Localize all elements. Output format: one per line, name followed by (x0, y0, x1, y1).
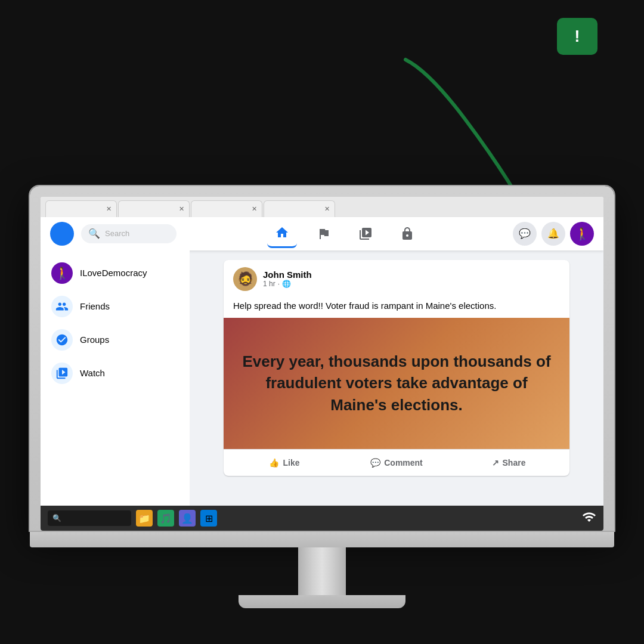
post-header: 🧔 John Smith 1 hr · 🌐 (224, 260, 569, 298)
browser: ✕ ✕ ✕ ✕ (41, 197, 603, 506)
groups-icon (55, 333, 69, 346)
nav-video[interactable] (351, 219, 380, 248)
walking-person-icon: 🚶 (575, 227, 590, 241)
facebook-nav (184, 219, 506, 248)
comment-icon: 💬 (370, 458, 380, 467)
tab-close-4[interactable]: ✕ (324, 205, 330, 213)
scene: ! ✕ ✕ (0, 0, 644, 644)
profile-button[interactable]: 🚶 (570, 222, 594, 246)
groups-icon-wrapper (51, 329, 73, 351)
avatar-emoji: 🧔 (237, 271, 253, 287)
facebook-feed: 🧔 John Smith 1 hr · 🌐 (190, 250, 603, 506)
facebook-container: 🔍 Search (41, 217, 603, 506)
messenger-icon: 💬 (519, 228, 531, 239)
tab-close-2[interactable]: ✕ (179, 205, 184, 213)
music-emoji: 🎵 (160, 513, 172, 524)
like-label: Like (283, 458, 299, 467)
friends-icon (55, 300, 69, 313)
groups-label: Groups (80, 335, 109, 345)
post-meta: 1 hr · 🌐 (263, 280, 560, 288)
post-author-avatar: 🧔 (233, 267, 257, 291)
user-avatar-icon: 🚶 (55, 266, 70, 280)
share-label: Share (503, 458, 526, 467)
watch-label: Watch (80, 368, 105, 378)
sidebar-item-watch[interactable]: Watch (45, 358, 185, 389)
tab-close-3[interactable]: ✕ (252, 205, 257, 213)
facebook-body: 🚶 ILoveDemocracy (41, 250, 603, 506)
post-image-text: Every year, thousands upon thousands of … (236, 351, 558, 416)
user-avatar: 🚶 (51, 262, 73, 284)
folder-emoji: 📁 (138, 513, 150, 524)
sidebar-item-friends[interactable]: Friends (45, 291, 185, 322)
monitor-bezel: ✕ ✕ ✕ ✕ (30, 186, 614, 531)
windows-emoji: ⊞ (205, 513, 213, 524)
post-globe-icon: 🌐 (282, 280, 291, 288)
messenger-button[interactable]: 💬 (513, 222, 537, 246)
post-card: 🧔 John Smith 1 hr · 🌐 (224, 260, 569, 476)
share-icon: ↗ (492, 458, 499, 467)
nav-home[interactable] (267, 219, 297, 248)
post-actions: 👍 Like 💬 Comment ↗ (224, 449, 569, 476)
like-button[interactable]: 👍 Like (228, 452, 340, 473)
monitor-bottom-bar (30, 531, 614, 547)
watch-icon (55, 367, 69, 380)
monitor-stand-neck (298, 547, 346, 595)
like-icon: 👍 (269, 458, 279, 467)
monitor-stand-base (239, 595, 405, 608)
monitor-screen: ✕ ✕ ✕ ✕ (41, 197, 603, 531)
monitor: ✕ ✕ ✕ ✕ (30, 186, 614, 608)
friends-icon-wrapper (51, 296, 73, 317)
tab-close-1[interactable]: ✕ (106, 205, 112, 213)
facebook-sidebar: 🚶 ILoveDemocracy (41, 250, 190, 506)
sidebar-username: ILoveDemocracy (80, 268, 147, 278)
post-image: Every year, thousands upon thousands of … (224, 318, 569, 449)
wifi-icon (582, 510, 596, 527)
browser-tabs: ✕ ✕ ✕ ✕ (41, 197, 603, 217)
watch-icon-wrapper (51, 363, 73, 384)
nav-marketplace[interactable] (392, 219, 422, 248)
browser-tab-2[interactable]: ✕ (118, 200, 190, 217)
search-bar[interactable]: 🔍 Search (81, 224, 177, 243)
browser-tab-3[interactable]: ✕ (191, 200, 262, 217)
taskbar: 🔍 📁 🎵 👤 ⊞ (41, 506, 603, 531)
nav-flag[interactable] (309, 219, 339, 248)
taskbar-social-icon[interactable]: 👤 (179, 510, 196, 527)
sidebar-user[interactable]: 🚶 ILoveDemocracy (45, 258, 185, 289)
post-author-info: John Smith 1 hr · 🌐 (263, 270, 560, 288)
comment-button[interactable]: 💬 Comment (340, 452, 453, 473)
video-icon (358, 227, 373, 241)
notifications-button[interactable]: 🔔 (541, 222, 565, 246)
browser-tab-4[interactable]: ✕ (264, 200, 335, 217)
taskbar-folder-icon[interactable]: 📁 (136, 510, 153, 527)
header-actions: 💬 🔔 🚶 (513, 222, 594, 246)
search-icon: 🔍 (88, 228, 100, 239)
share-button[interactable]: ↗ Share (453, 452, 565, 473)
alert-icon: ! (574, 27, 580, 46)
sidebar-item-groups[interactable]: Groups (45, 324, 185, 355)
browser-tab-1[interactable]: ✕ (45, 200, 117, 217)
search-placeholder: Search (105, 229, 129, 238)
post-time: 1 hr (263, 280, 275, 288)
flag-icon (317, 227, 331, 241)
lock-icon (400, 227, 414, 241)
home-icon (275, 225, 289, 240)
facebook-logo (50, 222, 74, 246)
taskbar-windows-icon[interactable]: ⊞ (200, 510, 217, 527)
facebook-header: 🔍 Search (41, 217, 603, 250)
comment-label: Comment (384, 458, 423, 467)
taskbar-search[interactable]: 🔍 (48, 510, 131, 526)
taskbar-search-icon: 🔍 (52, 514, 61, 522)
taskbar-music-icon[interactable]: 🎵 (157, 510, 174, 527)
post-author-name: John Smith (263, 270, 560, 280)
post-text: Help spread the word!! Voter fraud is ra… (224, 298, 569, 318)
bell-icon: 🔔 (547, 228, 559, 239)
social-emoji: 👤 (181, 513, 193, 524)
post-separator: · (278, 280, 280, 288)
friends-label: Friends (80, 301, 110, 311)
